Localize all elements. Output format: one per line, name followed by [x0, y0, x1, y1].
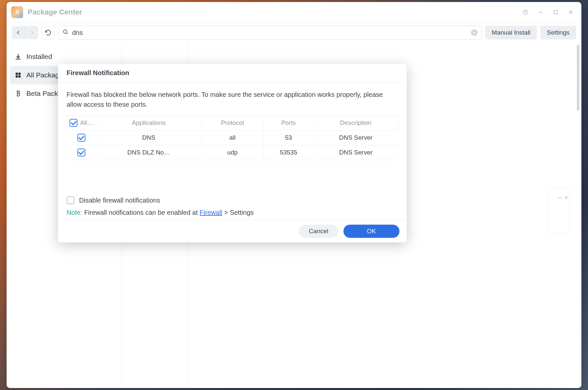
select-all-checkbox[interactable] [70, 119, 77, 127]
cell-protocol: all [201, 130, 264, 145]
cell-protocol: udp [201, 145, 264, 160]
svg-line-7 [67, 33, 68, 34]
search-icon [62, 29, 69, 37]
disable-notifications-checkbox[interactable] [67, 196, 74, 204]
background-panel: ▭ ✕ [547, 188, 570, 234]
refresh-button[interactable] [42, 26, 55, 39]
grid-icon [15, 71, 22, 79]
app-icon: S [11, 6, 23, 18]
scrollbar[interactable] [577, 45, 579, 111]
table-row[interactable]: DNS all 53 DNS Server [67, 130, 398, 145]
cell-application: DNS DLZ No… [96, 145, 201, 160]
cell-ports: 53 [263, 130, 313, 145]
col-header-ports[interactable]: Ports [263, 116, 313, 130]
cancel-button[interactable]: Cancel [299, 225, 338, 238]
nav-group [12, 26, 38, 39]
svg-rect-3 [554, 10, 558, 14]
col-header-protocol[interactable]: Protocol [201, 116, 264, 130]
download-icon [15, 53, 22, 60]
col-header-applications[interactable]: Applications [96, 116, 201, 130]
maximize-icon[interactable] [551, 8, 560, 17]
cell-description: DNS Server [313, 145, 398, 160]
col-header-all[interactable]: All… [67, 116, 96, 130]
firewall-ports-table: All… Applications Protocol Ports Descrip… [67, 115, 398, 160]
ok-button[interactable]: OK [343, 225, 399, 238]
dialog-title: Firewall Notification [58, 64, 407, 82]
toolbar: Manual Install Settings [7, 22, 581, 43]
row-checkbox[interactable] [77, 149, 85, 156]
manual-install-button[interactable]: Manual Install [485, 26, 537, 40]
firewall-notification-dialog: Firewall Notification Firewall has block… [58, 64, 407, 242]
svg-point-1 [525, 13, 525, 14]
svg-rect-13 [16, 75, 18, 78]
clear-search-icon[interactable] [471, 29, 478, 36]
forward-button[interactable] [25, 26, 38, 39]
sidebar-item-installed[interactable]: Installed [10, 47, 118, 66]
beta-icon [15, 90, 22, 97]
titlebar: S Package Center [7, 2, 581, 22]
svg-rect-12 [18, 73, 21, 75]
cell-ports: 53535 [263, 145, 313, 160]
note-row: Note: Firewall notifications can be enab… [67, 209, 398, 216]
cell-application: DNS [96, 130, 201, 145]
disable-notifications-label: Disable firewall notifications [79, 197, 160, 204]
minimize-icon[interactable] [536, 8, 545, 17]
svg-rect-11 [16, 73, 18, 75]
cell-description: DNS Server [313, 130, 398, 145]
settings-button[interactable]: Settings [540, 26, 576, 40]
svg-point-6 [63, 30, 67, 33]
search-input[interactable] [72, 29, 468, 37]
note-label: Note: [67, 209, 82, 216]
table-row[interactable]: DNS DLZ No… udp 53535 DNS Server [67, 145, 398, 160]
panel-close-icon[interactable]: ✕ [565, 195, 568, 200]
help-icon[interactable] [521, 8, 530, 17]
firewall-link[interactable]: Firewall [200, 209, 222, 216]
svg-rect-14 [18, 75, 21, 78]
note-text-suffix: > Settings [222, 209, 254, 216]
sidebar-item-label: Installed [26, 53, 52, 61]
panel-expand-icon[interactable]: ▭ [558, 195, 562, 200]
dialog-message: Firewall has blocked the below network p… [67, 90, 398, 109]
search-box[interactable] [58, 26, 482, 40]
app-title: Package Center [28, 8, 82, 16]
close-icon[interactable] [566, 8, 575, 17]
note-text-prefix: Firewall notifications can be enabled at [84, 209, 199, 216]
dialog-footer: Cancel OK [58, 220, 407, 242]
row-checkbox[interactable] [77, 134, 85, 142]
back-button[interactable] [12, 26, 25, 39]
col-header-description[interactable]: Description [313, 116, 398, 130]
